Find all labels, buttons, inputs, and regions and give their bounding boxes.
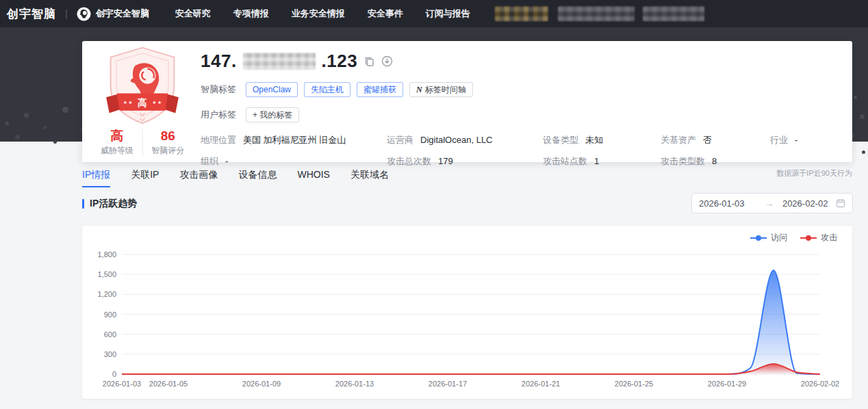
decorative-dots (854, 96, 857, 99)
svg-text:1,200: 1,200 (97, 290, 116, 298)
add-user-tag-button[interactable]: + 我的标签 (246, 107, 299, 122)
field-label: 攻击总次数 (387, 156, 431, 166)
field-value: 美国 加利福尼亚州 旧金山 (243, 135, 346, 145)
field-value: 否 (703, 135, 712, 145)
download-icon[interactable] (381, 55, 393, 67)
ip-address-suffix: .123 (322, 51, 358, 72)
copy-icon[interactable] (363, 55, 375, 67)
date-range-arrow: → (756, 198, 782, 209)
svg-text:2026-01-13: 2026-01-13 (335, 380, 374, 388)
field-label: 组织 (201, 156, 218, 166)
svg-text:300: 300 (104, 350, 116, 358)
tab-5[interactable]: 关联域名 (350, 169, 389, 187)
field-value: DigitalOcean, LLC (420, 135, 493, 145)
svg-text:★ ★: ★ ★ (153, 100, 162, 105)
svg-text:2026-01-25: 2026-01-25 (615, 380, 653, 388)
field-value: - (795, 135, 797, 145)
nav-item-4[interactable]: 订阅与报告 (426, 8, 470, 20)
svg-text:2026-01-05: 2026-01-05 (149, 380, 188, 388)
date-start-value[interactable]: 2026-01-03 (699, 198, 756, 209)
tag-timeline-button[interactable]: N标签时间轴 (409, 82, 473, 97)
field-label: 设备类型 (543, 135, 578, 145)
user-tags-label: 用户标签 (201, 109, 236, 121)
field-8: 攻击类型数8 (661, 155, 770, 168)
legend-marker-icon (750, 235, 767, 241)
score-stat: 86 智脑评分 (142, 129, 194, 157)
nav-item-0[interactable]: 安全研究 (175, 8, 211, 20)
calendar-icon[interactable] (836, 198, 845, 208)
top-navbar: 创宇智脑 | 创宇安全智脑 安全研究专项情报业务安全情报安全事件订阅与报告 (0, 0, 868, 27)
svg-text:2026-01-09: 2026-01-09 (242, 380, 281, 388)
nav-item-1[interactable]: 专项情报 (233, 8, 269, 20)
field-value: 8 (712, 156, 717, 166)
timeline-n-icon: N (416, 85, 422, 94)
tab-3[interactable]: 设备信息 (238, 169, 277, 187)
user-tags-row: 用户标签 + 我的标签 (201, 107, 840, 122)
field-2: 设备类型未知 (543, 134, 661, 146)
section-header: IP活跃趋势 (82, 198, 137, 210)
field-3: 关基资产否 (661, 134, 770, 146)
legend-item-1[interactable]: 攻击 (800, 232, 837, 243)
ip-attribute-grid: 地理位置美国 加利福尼亚州 旧金山运营商DigitalOcean, LLC设备类… (201, 134, 840, 168)
score-value: 86 (143, 129, 194, 143)
redacted-ip-segment (243, 53, 316, 70)
tab-2[interactable]: 攻击画像 (179, 169, 218, 187)
brain-logo-icon (77, 7, 91, 21)
tab-0[interactable]: IP情报 (82, 169, 110, 187)
product-home-link[interactable]: 创宇安全智脑 (77, 7, 149, 21)
detail-tabs: IP情报关联IP攻击画像设备信息WHOIS关联域名 (82, 169, 389, 187)
field-label: 攻击站点数 (543, 156, 587, 166)
activity-trend-card: 访问 攻击 03006009001,2001,5001,8002026-01-0… (82, 226, 852, 399)
field-value: - (225, 156, 228, 166)
svg-text:★ ★: ★ ★ (123, 100, 133, 105)
brand-logo[interactable]: 创宇智脑 (7, 6, 56, 22)
section-accent-bar (82, 199, 84, 209)
smart-tag-1[interactable]: 失陷主机 (304, 82, 350, 97)
svg-text:高: 高 (138, 97, 147, 108)
smart-tag-2[interactable]: 蜜罐捕获 (357, 82, 403, 97)
field-value: 1 (594, 156, 599, 166)
smart-tag-0[interactable]: OpenClaw (246, 82, 298, 97)
nav-item-3[interactable]: 安全事件 (368, 8, 403, 20)
chart-legend: 访问 攻击 (750, 232, 837, 243)
threat-level-label: 威胁等级 (92, 145, 142, 157)
activity-chart-svg[interactable]: 03006009001,2001,5001,8002026-01-032026-… (82, 226, 852, 399)
legend-label: 访问 (771, 232, 787, 243)
date-end-value[interactable]: 2026-02-02 (782, 198, 836, 209)
legend-item-0[interactable]: 访问 (750, 232, 787, 243)
ip-address-prefix: 147. (201, 51, 237, 72)
nav-menu: 安全研究专项情报业务安全情报安全事件订阅与报告 (175, 8, 470, 20)
brand-divider: | (65, 8, 68, 19)
ip-title-row: 147. .123 (201, 50, 840, 72)
legend-marker-icon (800, 235, 817, 241)
ip-profile-card: ★ ★ 高 ★ ★ 高 威胁等级 86 智脑评分 147. .123 (82, 41, 852, 162)
tab-4[interactable]: WHOIS (297, 169, 329, 187)
svg-text:1,500: 1,500 (97, 270, 116, 278)
tab-1[interactable]: 关联IP (131, 169, 159, 187)
badge-stats: 高 威胁等级 86 智脑评分 (92, 129, 193, 157)
field-label: 行业 (770, 135, 788, 145)
threat-badge: ★ ★ 高 ★ ★ 高 威胁等级 86 智脑评分 (92, 45, 193, 157)
redacted-nav-block (558, 6, 635, 21)
field-4: 行业- (770, 134, 840, 146)
svg-text:2026-01-17: 2026-01-17 (429, 380, 467, 388)
field-5: 组织- (201, 155, 387, 168)
section-title: IP活跃趋势 (90, 198, 137, 210)
shield-badge-icon: ★ ★ 高 ★ ★ (104, 45, 181, 125)
smart-tags-row: 智脑标签 OpenClaw失陷主机蜜罐捕获 N标签时间轴 (201, 82, 840, 97)
field-value: 179 (438, 156, 453, 166)
field-1: 运营商DigitalOcean, LLC (387, 134, 543, 146)
smart-tags-label: 智脑标签 (201, 83, 236, 96)
score-label: 智脑评分 (143, 145, 194, 157)
product-name: 创宇安全智脑 (96, 8, 149, 20)
svg-text:2026-01-29: 2026-01-29 (708, 380, 746, 388)
svg-text:0: 0 (112, 370, 116, 378)
redacted-nav-block (643, 6, 704, 21)
date-range-picker[interactable]: 2026-01-03 → 2026-02-02 (691, 193, 853, 213)
svg-text:1,800: 1,800 (97, 250, 116, 259)
nav-item-2[interactable]: 业务安全情报 (292, 8, 345, 20)
activity-chart[interactable]: 03006009001,2001,5001,8002026-01-032026-… (82, 226, 852, 399)
smart-tags-list: OpenClaw失陷主机蜜罐捕获 (246, 82, 403, 97)
field-0: 地理位置美国 加利福尼亚州 旧金山 (201, 134, 387, 146)
field-7: 攻击站点数1 (543, 155, 661, 168)
